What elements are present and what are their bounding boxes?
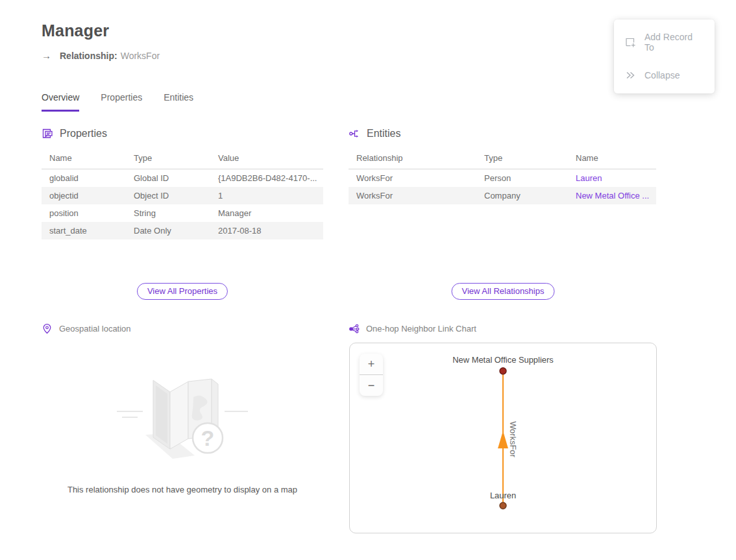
properties-table: Name Type Value globalid Global ID {1A9D…: [42, 148, 323, 239]
top-node-label: New Metal Office Suppliers: [452, 355, 553, 365]
entity-type: Company: [476, 187, 568, 204]
property-value: 1: [210, 187, 323, 204]
geospatial-section-title: Geospatial location: [59, 324, 131, 334]
menu-item-label: Collapse: [644, 70, 680, 80]
entity-relationship: WorksFor: [349, 187, 476, 204]
menu-item-collapse[interactable]: Collapse: [614, 61, 715, 90]
relationship-arrow-icon: →: [42, 50, 51, 61]
tab-entities[interactable]: Entities: [164, 92, 193, 112]
entities-section-header: Entities: [349, 128, 656, 140]
property-name: start_date: [42, 222, 126, 239]
entity-name-link[interactable]: Lauren: [576, 173, 602, 183]
collapse-icon: [624, 69, 636, 81]
entity-name-link[interactable]: New Metal Office ...: [576, 191, 649, 201]
tab-overview[interactable]: Overview: [42, 92, 79, 112]
entity-relationship: WorksFor: [349, 169, 476, 188]
view-all-relationships-button[interactable]: View All Relationships: [452, 283, 555, 300]
menu-item-add-record-to[interactable]: Add Record To: [614, 23, 715, 61]
table-header-row: Relationship Type Name: [349, 148, 656, 169]
property-value: {1A9DB2B6-D482-4170-...: [210, 169, 323, 188]
record-detail-page: Manager → Relationship: WorksFor Add Rec…: [0, 0, 736, 560]
properties-section-header: Properties: [42, 128, 323, 140]
edge-label: WorksFor: [508, 421, 518, 457]
view-all-properties-button[interactable]: View All Properties: [137, 283, 228, 300]
table-row: start_date Date Only 2017-08-18: [42, 222, 323, 239]
table-row: globalid Global ID {1A9DB2B6-D482-4170-.…: [42, 169, 323, 188]
table-row: objectid Object ID 1: [42, 187, 323, 204]
property-name: objectid: [42, 187, 126, 204]
breadcrumb: → Relationship: WorksFor: [42, 50, 160, 61]
svg-text:?: ?: [201, 426, 215, 450]
entities-section: Entities Relationship Type Name WorksFor…: [349, 128, 656, 204]
column-header: Type: [126, 148, 210, 169]
edge-arrow: [498, 431, 508, 448]
column-header: Name: [568, 148, 656, 169]
property-type: Global ID: [126, 169, 210, 188]
link-chart-graph: New Metal Office Suppliers WorksFor Laur…: [350, 343, 656, 533]
geospatial-section-header: Geospatial location: [42, 323, 131, 334]
property-type: String: [126, 204, 210, 222]
zoom-control: + −: [360, 354, 383, 396]
properties-section: Properties Name Type Value globalid Glob…: [42, 128, 323, 239]
table-header-row: Name Type Value: [42, 148, 323, 169]
properties-icon: [42, 128, 53, 140]
properties-section-title: Properties: [60, 128, 107, 140]
no-geometry-message: This relationship does not have geometry…: [42, 485, 323, 494]
property-value: 2017-08-18: [210, 222, 323, 239]
column-header: Value: [210, 148, 323, 169]
entities-icon: [349, 128, 360, 140]
table-row: position String Manager: [42, 204, 323, 222]
map-pin-icon: [42, 323, 53, 334]
property-type: Object ID: [126, 187, 210, 204]
column-header: Relationship: [349, 148, 476, 169]
tab-bar: Overview Properties Entities: [42, 92, 193, 112]
subtitle-label: Relationship:: [60, 51, 117, 61]
link-chart-icon: [349, 323, 360, 334]
zoom-in-button[interactable]: +: [360, 354, 383, 374]
entities-table: Relationship Type Name WorksFor Person L…: [349, 148, 656, 204]
entity-type: Person: [476, 169, 568, 188]
link-chart-section-title: One-hop Neighbor Link Chart: [366, 324, 476, 334]
property-value: Manager: [210, 204, 323, 222]
menu-item-label: Add Record To: [644, 32, 704, 53]
add-record-icon: [624, 36, 636, 48]
link-chart-section-header: One-hop Neighbor Link Chart: [349, 323, 476, 334]
column-header: Type: [476, 148, 568, 169]
column-header: Name: [42, 148, 126, 169]
page-title: Manager: [42, 21, 109, 40]
link-chart-canvas[interactable]: New Metal Office Suppliers WorksFor Laur…: [349, 343, 657, 533]
top-node[interactable]: [500, 368, 506, 374]
bottom-node[interactable]: [500, 502, 506, 509]
context-menu: Add Record To Collapse: [614, 19, 715, 93]
map-placeholder-illustration: ?: [116, 371, 249, 459]
property-type: Date Only: [126, 222, 210, 239]
subtitle-value: WorksFor: [121, 51, 160, 61]
table-row: WorksFor Company New Metal Office ...: [349, 187, 656, 204]
property-name: globalid: [42, 169, 126, 188]
entities-section-title: Entities: [367, 128, 400, 140]
bottom-node-label: Lauren: [490, 491, 516, 500]
tab-properties[interactable]: Properties: [101, 92, 142, 112]
zoom-out-button[interactable]: −: [360, 375, 383, 396]
table-row: WorksFor Person Lauren: [349, 169, 656, 188]
property-name: position: [42, 204, 126, 222]
